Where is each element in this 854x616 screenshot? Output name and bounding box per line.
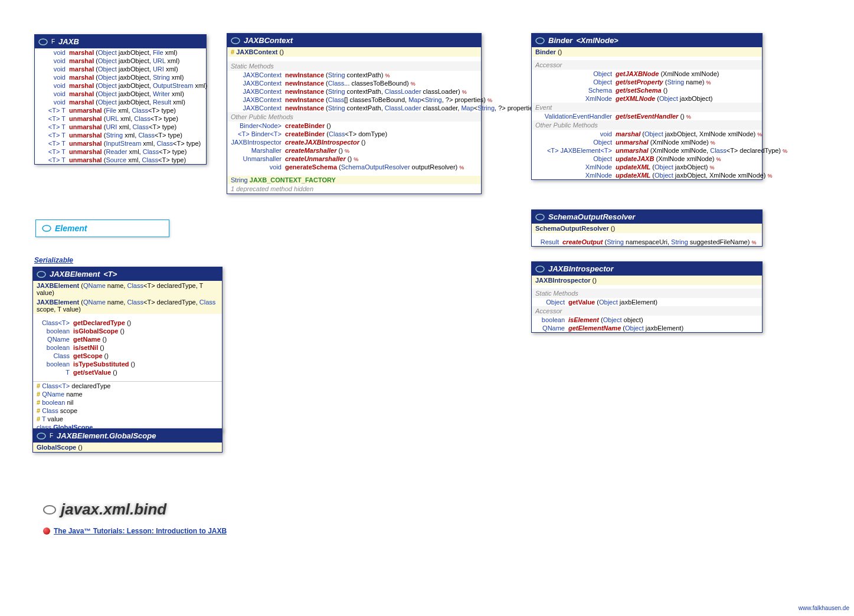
class-icon xyxy=(535,37,545,44)
svg-point-4 xyxy=(231,38,240,44)
svg-point-6 xyxy=(536,214,544,220)
method-row[interactable]: Object get/setProperty (String name) % xyxy=(532,78,762,86)
class-header-jaxb[interactable]: F JAXB xyxy=(35,35,206,48)
class-box-jaxb: F JAXB void marshal (Object jaxbObject, … xyxy=(34,34,207,165)
method-row[interactable]: Class<T> getDeclaredType () xyxy=(33,319,222,327)
method-row[interactable]: <T> JAXBElement<T> unmarshal (XmlNode xm… xyxy=(532,146,762,155)
field-row: # Class<T> declaredType xyxy=(33,382,222,390)
package-title: javax.xml.bind xyxy=(43,500,166,519)
constructor-row: JAXBIntrospector () xyxy=(532,276,762,285)
method-row[interactable]: void generateSchema (SchemaOutputResolve… xyxy=(227,163,481,171)
method-row[interactable]: Class getScope () xyxy=(33,352,222,360)
field-row: # QName name xyxy=(33,390,222,398)
class-header-binder[interactable]: Binder <XmlNode> xyxy=(532,34,762,47)
method-row[interactable]: JAXBContext newInstance (Class... classe… xyxy=(227,79,481,87)
class-header-jaxbcontext[interactable]: JAXBContext xyxy=(227,34,481,47)
method-row[interactable]: <T> T unmarshal (Reader xml, Class<T> ty… xyxy=(35,148,206,156)
class-icon xyxy=(231,37,240,44)
class-header-jaxbelement[interactable]: JAXBElement <T> xyxy=(33,267,222,281)
method-row[interactable]: void marshal (Object jaxbObject, Writer … xyxy=(35,90,206,98)
accessor-list: boolean isElement (Object object)QName g… xyxy=(532,316,762,332)
serializable-label: Serializable xyxy=(34,256,73,264)
footer-credit[interactable]: www.falkhausen.de xyxy=(799,605,849,611)
method-row[interactable]: QName getName () xyxy=(33,335,222,343)
method-row[interactable]: QName getElementName (Object jaxbElement… xyxy=(532,324,762,332)
method-row[interactable]: Binder<Node> createBinder () xyxy=(227,122,481,130)
method-row[interactable]: boolean isGlobalScope () xyxy=(33,327,222,335)
class-icon xyxy=(535,214,545,221)
method-row[interactable]: <T> T unmarshal (File xml, Class<T> type… xyxy=(35,106,206,114)
class-header-jaxbintrospector[interactable]: JAXBIntrospector xyxy=(532,262,762,276)
method-row[interactable]: void marshal (Object jaxbObject, OutputS… xyxy=(35,81,206,90)
constructor-row: Binder () xyxy=(532,47,762,57)
method-row[interactable]: boolean isElement (Object object) xyxy=(532,316,762,324)
method-row[interactable]: void marshal (Object jaxbObject, XmlNode… xyxy=(532,130,762,138)
method-row[interactable]: void marshal (Object jaxbObject, Result … xyxy=(35,98,206,106)
method-row[interactable]: <T> Binder<T> createBinder (Class<T> dom… xyxy=(227,130,481,138)
method-row[interactable]: Object updateJAXB (XmlNode xmlNode) % xyxy=(532,155,762,163)
constant-name: JAXB_CONTEXT_FACTORY xyxy=(250,176,336,184)
method-row[interactable]: boolean isTypeSubstituted () xyxy=(33,360,222,368)
method-row[interactable]: void marshal (Object jaxbObject, String … xyxy=(35,73,206,81)
method-row[interactable]: <T> T unmarshal (URL xml, Class<T> type) xyxy=(35,114,206,123)
tutorial-link[interactable]: The Java™ Tutorials: Lesson: Introductio… xyxy=(43,527,227,535)
section-accessor: Accessor xyxy=(532,306,762,316)
class-header-schemaoutputresolver[interactable]: SchemaOutputResolver xyxy=(532,210,762,224)
method-row[interactable]: JAXBContext newInstance (String contextP… xyxy=(227,87,481,96)
method-row[interactable]: <T> T unmarshal (InputStream xml, Class<… xyxy=(35,139,206,148)
class-title: JAXBElement xyxy=(50,270,100,278)
method-row[interactable]: T get/setValue () xyxy=(33,368,222,376)
section-event: Event xyxy=(532,103,762,112)
section-other: Other Public Methods xyxy=(227,112,481,122)
svg-point-0 xyxy=(39,39,47,45)
method-list: Result createOutput (String namespaceUri… xyxy=(532,238,762,246)
interface-title: Element xyxy=(55,224,87,233)
constructor-name: JAXBContext xyxy=(236,48,277,55)
method-row[interactable]: Object getValue (Object jaxbElement) xyxy=(532,298,762,306)
method-row[interactable]: Unmarshaller createUnmarshaller () % xyxy=(227,155,481,163)
method-row[interactable]: <T> T unmarshal (String xml, Class<T> ty… xyxy=(35,131,206,139)
method-list: Binder<Node> createBinder ()<T> Binder<T… xyxy=(227,122,481,171)
method-list: Class<T> getDeclaredType ()boolean isGlo… xyxy=(33,319,222,376)
class-box-jaxbintrospector: JAXBIntrospector JAXBIntrospector () Sta… xyxy=(531,261,763,333)
method-row[interactable]: JAXBContext newInstance (Class[] classes… xyxy=(227,96,481,104)
constructor-row: GlobalScope () xyxy=(33,443,222,452)
static-method-list: Object getValue (Object jaxbElement) xyxy=(532,298,762,306)
method-row[interactable]: Marshaller createMarshaller () % xyxy=(227,146,481,155)
method-row[interactable]: void marshal (Object jaxbObject, File xm… xyxy=(35,48,206,57)
constant-row: String JAXB_CONTEXT_FACTORY xyxy=(227,176,481,184)
method-row[interactable]: Schema get/setSchema () xyxy=(532,86,762,94)
interface-box-element[interactable]: Element xyxy=(35,219,169,237)
section-static: Static Methods xyxy=(532,289,762,298)
method-row[interactable]: Object getJAXBNode (XmlNode xmlNode) xyxy=(532,70,762,78)
constructor-row: SchemaOutputResolver () xyxy=(532,224,762,233)
method-row[interactable]: <T> T unmarshal (Source xml, Class<T> ty… xyxy=(35,156,206,164)
class-box-schemaoutputresolver: SchemaOutputResolver SchemaOutputResolve… xyxy=(531,209,763,247)
class-icon xyxy=(37,432,46,440)
method-row[interactable]: JAXBContext newInstance (String contextP… xyxy=(227,104,481,112)
method-row[interactable]: JAXBContext newInstance (String contextP… xyxy=(227,71,481,79)
method-row[interactable]: XmlNode updateXML (Object jaxbObject, Xm… xyxy=(532,171,762,179)
method-row[interactable]: <T> T unmarshal (URI xml, Class<T> type) xyxy=(35,123,206,131)
class-icon xyxy=(38,38,48,45)
section-other: Other Public Methods xyxy=(532,120,762,130)
constructor-name: SchemaOutputResolver xyxy=(535,225,609,232)
interface-icon xyxy=(42,225,51,232)
method-row[interactable]: Object unmarshal (XmlNode xmlNode) % xyxy=(532,138,762,146)
section-accessor: Accessor xyxy=(532,60,762,70)
method-row[interactable]: void marshal (Object jaxbObject, URI xml… xyxy=(35,65,206,73)
class-header-globalscope[interactable]: F JAXBElement.GlobalScope xyxy=(33,429,222,443)
method-row[interactable]: XmlNode getXMLNode (Object jaxbObject) xyxy=(532,94,762,103)
serializable-link[interactable]: Serializable xyxy=(34,256,73,264)
method-row[interactable]: Result createOutput (String namespaceUri… xyxy=(532,238,762,246)
field-row: # boolean nil xyxy=(33,398,222,407)
method-row[interactable]: XmlNode updateXML (Object jaxbObject) % xyxy=(532,163,762,171)
class-title: JAXBContext xyxy=(244,36,293,45)
method-row[interactable]: void marshal (Object jaxbObject, URL xml… xyxy=(35,57,206,65)
method-row[interactable]: boolean is/setNil () xyxy=(33,343,222,352)
class-title: JAXB xyxy=(58,37,79,46)
method-row[interactable]: JAXBIntrospector createJAXBIntrospector … xyxy=(227,138,481,146)
constructor-row: JAXBElement (QName name, Class<T> declar… xyxy=(33,297,222,314)
method-row[interactable]: ValidationEventHandler get/setEventHandl… xyxy=(532,112,762,120)
constructor-name: Binder xyxy=(535,48,556,55)
